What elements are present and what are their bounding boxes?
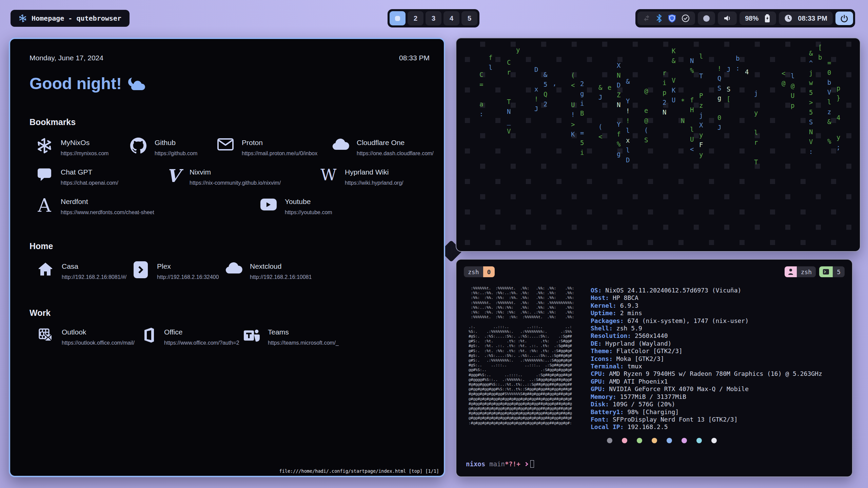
bookmark-casa[interactable]: Casahttp://192.168.2.16:8081/#/	[36, 261, 126, 280]
fastfetch-line: Resolution: 868x488	[591, 332, 822, 340]
dot-icon	[703, 15, 710, 22]
matrix-terminal-window[interactable]: C=a:flCrTN_VyDx!J&5Q2,(<U!>K2giB=5i&J(<e…	[456, 38, 861, 252]
matrix-trail-block	[526, 240, 531, 245]
vpn-shield-icon	[668, 14, 676, 23]
workspace-button-3[interactable]: 3	[426, 11, 441, 25]
power-button[interactable]	[835, 12, 853, 25]
bookmark-outlook[interactable]: Outlookhttps://outlook.office.com/mail/	[36, 327, 135, 346]
matrix-trail-block	[465, 118, 470, 123]
matrix-trail-block	[556, 57, 561, 62]
matrix-trail-block	[770, 87, 775, 93]
fastfetch-palette	[607, 438, 717, 443]
clock-module[interactable]: 08:33 PM	[779, 12, 833, 25]
matrix-trail-block	[526, 209, 531, 215]
bookmark-mynixos[interactable]: MyNixOshttps://mynixos.com	[35, 138, 108, 157]
bookmark-nixvim[interactable]: VNixvimhttps://nix-community.github.io/n…	[164, 167, 281, 186]
bookmark-name: Office	[164, 327, 239, 336]
bookmark-plex[interactable]: Plexhttp://192.168.2.16:32400	[131, 261, 219, 280]
bookmark-teams[interactable]: Teamshttps://teams.microsoft.com/_	[242, 327, 339, 346]
bookmark-url: https://outlook.office.com/mail/	[62, 340, 135, 346]
matrix-rain-char: D	[617, 82, 620, 88]
matrix-rain-char: D	[534, 66, 538, 73]
bookmark-hyprland-wiki[interactable]: WHyprland Wikihttps://wiki.hyprland.org/	[319, 167, 403, 186]
matrix-rain-char: @	[644, 88, 648, 94]
outlook-icon	[36, 327, 55, 346]
section-heading-home: Home	[29, 241, 53, 251]
matrix-rain-char: S	[644, 137, 648, 143]
matrix-trail-block	[846, 42, 851, 47]
matrix-rain-char: K	[672, 48, 675, 54]
matrix-trail-block	[633, 103, 638, 108]
matrix-rain-char: 5	[544, 81, 547, 88]
matrix-rain-char: V	[809, 139, 813, 145]
palette-dot	[711, 438, 717, 443]
matrix-trail-block	[785, 103, 790, 108]
matrix-rain-char: r	[507, 69, 511, 76]
matrix-trail-block	[587, 209, 592, 215]
matrix-rain-char: e	[608, 84, 611, 91]
workspace-button-1[interactable]	[390, 11, 406, 25]
tmux-user-shell: zsh	[797, 266, 816, 277]
bookmark-url: http://192.168.2.16:8081/#/	[62, 274, 126, 280]
matrix-rain-char: !	[626, 108, 630, 114]
matrix-trail-block	[724, 133, 729, 138]
bookmark-chat-gpt[interactable]: Chat GPThttps://chat.openai.com/	[35, 167, 118, 186]
idle-indicator[interactable]	[698, 12, 715, 25]
prompt-git-flags: *?!+	[505, 460, 520, 468]
battery-module[interactable]: 98%	[739, 12, 776, 25]
matrix-trail-block	[617, 240, 623, 245]
tmux-terminal-window[interactable]: zsh 0 zsh	[456, 259, 853, 477]
tray-icons-group[interactable]	[637, 12, 695, 25]
bookmark-url: https://chat.openai.com/	[61, 180, 118, 186]
bookmark-url: https://github.com	[155, 150, 197, 157]
matrix-rain-char: l	[791, 73, 794, 79]
bookmark-url: https://teams.microsoft.com/_	[268, 340, 339, 346]
matrix-trail-block	[648, 87, 653, 93]
bookmark-name: Github	[155, 138, 197, 146]
palette-dot	[637, 438, 642, 443]
matrix-trail-block	[770, 57, 775, 62]
matrix-trail-block	[709, 209, 714, 215]
matrix-trail-block	[785, 72, 790, 77]
shell-prompt[interactable]: nixosmain*?!+	[466, 460, 534, 468]
bookmark-nextcloud[interactable]: Nextcloudhttp://192.168.2.16:10081	[224, 261, 312, 280]
chat-icon	[35, 167, 54, 186]
bookmark-url: https://www.office.com/?auth=2	[164, 340, 239, 346]
bookmark-name: Hyprland Wiki	[345, 167, 403, 176]
fastfetch-line: Local IP: 192.168.2.5	[591, 423, 822, 431]
matrix-trail-block	[602, 194, 607, 199]
matrix-rain-char: X	[699, 122, 703, 128]
workspace-button-5[interactable]: 5	[461, 11, 477, 25]
matrix-rain-char: (	[644, 127, 648, 134]
matrix-rain-char: <	[690, 146, 694, 152]
matrix-rain-char: :	[736, 65, 739, 72]
workspace-button-2[interactable]: 2	[408, 11, 423, 25]
bookmark-office[interactable]: Officehttps://www.office.com/?auth=2	[138, 327, 239, 346]
matrix-rain-char: 0	[827, 69, 831, 76]
greeting: Good night!	[29, 74, 145, 93]
matrix-trail-block	[678, 148, 684, 154]
matrix-trail-block	[648, 179, 653, 184]
matrix-trail-block	[785, 194, 790, 199]
matrix-trail-block	[480, 42, 485, 47]
bookmark-github[interactable]: Githubhttps://github.com	[129, 138, 197, 157]
volume-module[interactable]	[718, 12, 737, 25]
matrix-rain-char: p	[836, 85, 840, 92]
bookmark-cloudflare-one[interactable]: Cloudflare Onehttps://one.dash.cloudflar…	[331, 138, 434, 157]
matrix-trail-block	[770, 240, 775, 245]
qutebrowser-window: Monday, June 17, 2024 08:33 PM Good nigh…	[9, 38, 445, 477]
bookmark-youtube[interactable]: Youtubehttps://youtube.com	[259, 197, 332, 216]
window-title-pill[interactable]: Homepage - qutebrowser	[11, 10, 130, 27]
matrix-trail-block	[648, 240, 653, 245]
bookmark-nerdfont[interactable]: ANerdfonthttps://www.nerdfonts.com/cheat…	[35, 197, 154, 216]
workspace-button-4[interactable]: 4	[443, 11, 459, 25]
matrix-rain-char: =	[827, 60, 831, 66]
matrix-rain-char: U	[791, 93, 794, 99]
bookmark-proton[interactable]: Protonhttps://mail.proton.me/u/0/inbox	[216, 138, 317, 157]
matrix-trail-block	[480, 194, 485, 199]
matrix-trail-block	[480, 133, 485, 138]
matrix-rain-char: f	[617, 131, 620, 138]
matrix-rain-char: p	[791, 102, 794, 109]
matrix-rain-char: K	[672, 87, 675, 94]
terminal-icon	[823, 269, 829, 275]
